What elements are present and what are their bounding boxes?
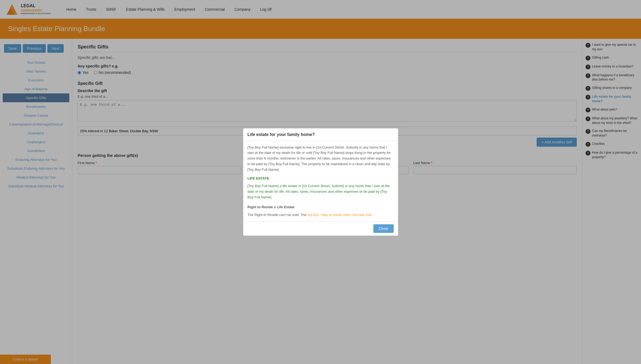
modal-header: Life estate for your family home?	[243, 128, 398, 141]
modal-footer: Close	[243, 221, 398, 236]
modal-subheading: Right to Reside v Life Estate	[248, 204, 394, 210]
modal-overlay[interactable]: Life estate for your family home? [Toy B…	[0, 0, 641, 364]
modal-box: Life estate for your family home? [Toy B…	[243, 128, 398, 236]
modal-close-button[interactable]: Close	[373, 224, 394, 233]
modal-para2: [Toy Boy Full Name] a life estate in [10…	[248, 183, 394, 200]
modal-para1: [Toy Boy Full Name] exclusive right to l…	[248, 145, 394, 173]
modal-title: Life estate for your family home?	[248, 132, 394, 137]
modal-body: [Toy Boy Full Name] exclusive right to l…	[243, 141, 398, 222]
modal-life-estate-heading: LIFE ESTATE	[248, 176, 394, 181]
modal-para3: The Right to Reside can't be sold. The t…	[248, 212, 394, 218]
